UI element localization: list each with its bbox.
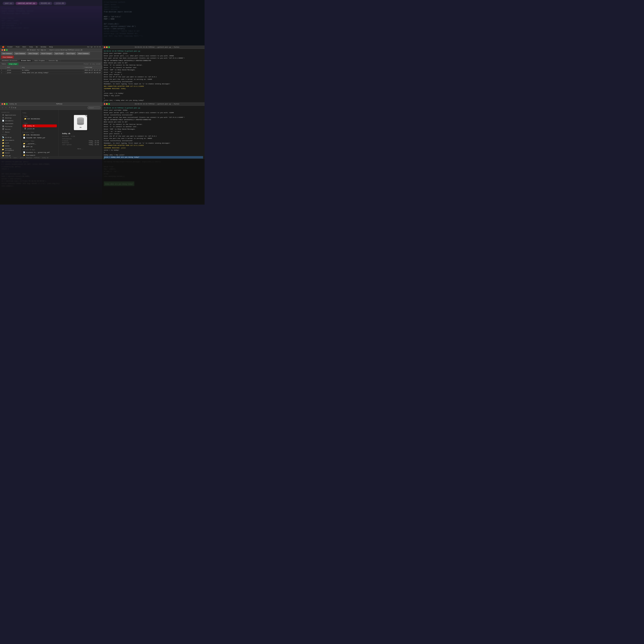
sidebar-item-airdrop[interactable]: 📡 AirDrop — [0, 136, 21, 139]
editor-tab-2[interactable]: central_server.py — [16, 2, 38, 5]
jilin-max-btn[interactable] — [108, 46, 110, 48]
sidebar-item-desktop[interactable]: 🖥 Desktop — [0, 116, 21, 119]
revert-changes-btn[interactable]: Revert Changes — [40, 52, 53, 55]
t-line: Enter the IP of the user you want to con… — [104, 76, 203, 78]
window-menu[interactable]: Window — [40, 46, 47, 48]
icloud-label: iCloud — [0, 133, 21, 136]
help-menu[interactable]: Help — [49, 46, 53, 48]
file-item-bobby-db[interactable]: 🗄 bobby.db — [23, 124, 57, 127]
sidebar-item-pictures[interactable]: 🖼 Pictures — [0, 125, 21, 128]
write-changes-btn[interactable]: Write Changes — [27, 52, 39, 55]
bobby-terminal-title: 04/20/24 22:44 P2PChat — python3 peer.py… — [111, 103, 203, 105]
finder-close-btn[interactable] — [2, 103, 3, 105]
sidebar-item-mi416[interactable]: 📁 MI416 — [0, 152, 21, 154]
file-item-coursework-file[interactable]: 📁 Coursework — [21, 154, 58, 156]
t-line: 04/28/24 22:45 P2PChat $ python3 peer.py — [104, 50, 203, 52]
tr-line: user TEXT, msg TEXT, timestamp TEXT)''') — [104, 35, 203, 38]
view-icon-3[interactable]: ⊞ — [13, 107, 14, 109]
jilin-terminal-body[interactable]: 04/28/24 22:45 P2PChat $ python3 peer.py… — [102, 49, 205, 104]
file-menu[interactable]: File — [15, 46, 20, 48]
open-project-btn[interactable]: Open Project — [54, 52, 65, 55]
apple-menu[interactable]: 🍎 — [2, 46, 5, 48]
view-icon-1[interactable]: ⠿ — [9, 107, 10, 109]
sidebar-item-diym[interactable]: 📁 DIYM — [0, 142, 21, 145]
back-btn[interactable]: ‹ — [2, 106, 4, 109]
view-icon-2[interactable]: ☰ — [11, 107, 13, 109]
br-line: break — [104, 173, 203, 175]
editor-tabs: peer.py central_server.py README.md jili… — [0, 0, 102, 6]
tab-db-structure[interactable]: Database Structure — [0, 59, 19, 62]
bobby-min-btn[interactable] — [106, 103, 108, 105]
editor-tab-1[interactable]: peer.py — [3, 2, 14, 5]
sidebar-item-documents[interactable]: 📄 Documents — [0, 119, 21, 122]
edit-menu[interactable]: Edit — [22, 46, 27, 48]
maximize-button[interactable] — [6, 49, 8, 51]
close-db-btn[interactable]: Close Database — [1, 56, 14, 59]
finder-menu[interactable]: Finder — [7, 46, 13, 48]
save-project-btn[interactable]: Save Project — [65, 52, 76, 55]
minimize-button[interactable] — [4, 49, 5, 51]
file-item-academic[interactable]: 📄 Academic A...gineering.pdf — [21, 151, 58, 154]
t-line: Enter 'SSM' to Show Saved Messages. — [104, 128, 203, 130]
sidebar-item-nislab[interactable]: 📁 NISLAB — [0, 154, 21, 156]
file-item-dyml[interactable]: 📁 DYML RECORDINGS — [21, 134, 58, 136]
sidebar-item-downloads[interactable]: ⬇ Downloads — [0, 122, 21, 125]
bobby-close-btn[interactable] — [104, 103, 105, 105]
t-line: Enter your server port, i.e. what port o… — [104, 55, 203, 57]
bobby-terminal-body[interactable]: 04/20/24 22:44 P2PChat $ python3 peer.py… — [102, 106, 205, 159]
finder-max-btn[interactable] — [6, 103, 8, 105]
view-icon-4[interactable]: ▤ — [15, 107, 16, 109]
sidebar-item-music[interactable]: ♪ Music — [0, 131, 21, 133]
tab-browse-data[interactable]: Browse Data — [19, 59, 33, 62]
finder-traffic-lights — [2, 103, 8, 105]
file-item-pycache[interactable]: 📁 __pycache__ — [21, 142, 58, 145]
t-line: jilin (me) > hi bobby! — [104, 92, 203, 95]
sidebar-item-movies[interactable]: 🎬 Movies — [0, 128, 21, 131]
teasore-icon: 📄 — [23, 137, 25, 139]
table-selector[interactable]: msgs_msgs — [8, 63, 19, 65]
more-label[interactable]: More... — [77, 148, 84, 150]
finder-search-input[interactable] — [88, 106, 101, 109]
editor-tab-3[interactable]: README.md — [39, 2, 52, 5]
sidebar-item-applications[interactable]: 🖥 Applications — [0, 114, 21, 116]
t-line: Enter ':q!' to quit. — [104, 130, 203, 133]
t-line: Your peer server has been initialized! C… — [104, 57, 203, 59]
close-button[interactable] — [2, 49, 3, 51]
view-menu[interactable]: View — [29, 46, 33, 48]
bl-line: ts = datetime.now().strftime('%Y-%m-%d %… — [2, 180, 101, 182]
sidebar-pictures-label: Pictures — [5, 126, 12, 127]
tab-execute-sql[interactable]: Execute SQL — [47, 59, 60, 62]
db-title: DB Browser for SQLite - /Users/jilin/Des… — [9, 49, 101, 51]
file-item-jilin-db[interactable]: 🗄 jilin.db — [23, 127, 57, 130]
table-row[interactable]: 2 jilin bobby what are you doing today? … — [0, 72, 102, 74]
new-db-btn[interactable]: New Database — [1, 52, 13, 55]
db-traffic-lights — [2, 49, 8, 51]
bl-line: def connect_to_peer(ip, port): — [2, 161, 101, 163]
br-line — [104, 178, 203, 180]
go-menu[interactable]: Go — [35, 46, 38, 48]
sidebar-item-ek381[interactable]: 📁 EK381 — [0, 145, 21, 147]
more-info[interactable]: More... — [62, 147, 99, 150]
bobby-max-btn[interactable] — [108, 103, 110, 105]
tab-edit-pragmas[interactable]: Edit Pragmas — [33, 59, 47, 62]
editor-tab-4[interactable]: jilin.db — [53, 2, 66, 5]
file-item-teasore[interactable]: 📄 TEASORE REF PAPER.pdf — [21, 136, 58, 139]
jilin-close-btn[interactable] — [104, 46, 105, 48]
sidebar-item-coursework[interactable]: 📁 Coursework — [0, 139, 21, 142]
table-row[interactable]: 1 jilin hi bobby! 2024-04-27 02:47:34 — [0, 69, 102, 72]
attach-db-btn[interactable]: Attach Database — [77, 52, 90, 55]
t-line: Enter ':q!' to quit. — [104, 71, 203, 73]
t-line: What would you like to do? — [104, 121, 203, 123]
forward-btn[interactable]: › — [5, 106, 7, 109]
file-item-recordings[interactable]: 📁 P2P RECORDINGS — [23, 117, 57, 120]
jilin-min-btn[interactable] — [106, 46, 108, 48]
mi416-icon: 📁 — [2, 152, 4, 154]
file-item-peer-py[interactable]: 📝 peer.py — [21, 145, 58, 148]
t-line: Enter the port the user's server is serv… — [104, 78, 203, 81]
sidebar-item-housing[interactable]: 📁 housing assignment — [0, 147, 21, 152]
t-line: Enter the IP of the user you want to con… — [104, 135, 203, 137]
open-db-btn[interactable]: Open Database — [14, 52, 27, 55]
file-peer-py-label: peer.py — [26, 146, 33, 147]
finder-min-btn[interactable] — [4, 103, 5, 105]
jilin-traffic-lights — [104, 46, 110, 48]
